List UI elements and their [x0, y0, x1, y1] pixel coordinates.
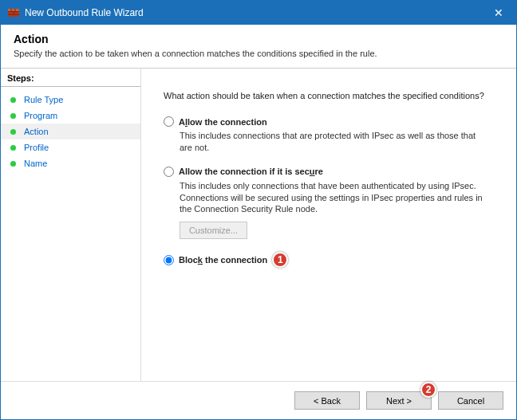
window-title: New Outbound Rule Wizard: [25, 7, 480, 18]
wizard-header: Action Specify the action to be taken wh…: [1, 25, 516, 69]
step-link[interactable]: Program: [24, 111, 57, 120]
action-radio-2[interactable]: [164, 255, 174, 265]
customize-button: Customize...: [180, 222, 247, 239]
action-option-1: Allow the connection if it is secureThis…: [164, 167, 494, 240]
option-label[interactable]: Allow the connection if it is secure: [179, 167, 323, 176]
wizard-body: Steps: Rule TypeProgramActionProfileName…: [1, 69, 516, 381]
bullet-icon: [10, 113, 16, 119]
steps-sidebar: Steps: Rule TypeProgramActionProfileName: [1, 69, 141, 381]
back-button[interactable]: < Back: [294, 391, 360, 410]
action-option-2: Block the connection1: [164, 252, 494, 268]
step-link[interactable]: Action: [24, 127, 49, 136]
step-name[interactable]: Name: [1, 155, 140, 171]
question-text: What action should be taken when a conne…: [164, 91, 494, 100]
step-link[interactable]: Rule Type: [24, 95, 63, 104]
bullet-icon: [10, 145, 16, 151]
step-link[interactable]: Name: [24, 159, 47, 168]
bullet-icon: [10, 161, 16, 167]
option-row: Allow the connection if it is secure: [164, 167, 494, 177]
firewall-icon: [7, 6, 20, 19]
bullet-icon: [10, 129, 16, 135]
next-button-wrap: Next > 2: [366, 391, 432, 410]
page-subtitle: Specify the action to be taken when a co…: [14, 49, 503, 58]
bullet-icon: [10, 97, 16, 103]
step-profile[interactable]: Profile: [1, 139, 140, 155]
cancel-button[interactable]: Cancel: [438, 391, 503, 410]
callout-2: 2: [420, 382, 436, 398]
option-label[interactable]: Block the connection: [179, 255, 267, 265]
action-option-0: Allow the connectionThis includes connec…: [164, 116, 494, 154]
option-desc: This includes connections that are prote…: [180, 130, 483, 154]
separator: [1, 86, 140, 87]
action-radio-1[interactable]: [164, 167, 174, 177]
steps-heading: Steps:: [1, 72, 140, 84]
step-action[interactable]: Action: [1, 124, 140, 139]
action-radio-0[interactable]: [164, 116, 174, 127]
option-desc: This includes only connections that have…: [180, 180, 483, 216]
wizard-window: New Outbound Rule Wizard ✕ Action Specif…: [0, 0, 517, 420]
wizard-content: What action should be taken when a conne…: [141, 69, 516, 381]
svg-rect-1: [8, 9, 19, 11]
wizard-footer: < Back Next > 2 Cancel: [1, 381, 516, 419]
page-title: Action: [14, 33, 503, 45]
callout-1: 1: [272, 252, 288, 268]
option-row: Allow the connection: [164, 116, 494, 127]
step-rule-type[interactable]: Rule Type: [1, 92, 140, 108]
option-label[interactable]: Allow the connection: [179, 117, 267, 127]
step-program[interactable]: Program: [1, 108, 140, 124]
close-button[interactable]: ✕: [480, 1, 516, 25]
option-row: Block the connection1: [164, 252, 494, 268]
step-link[interactable]: Profile: [24, 143, 49, 152]
titlebar: New Outbound Rule Wizard ✕: [1, 1, 516, 25]
